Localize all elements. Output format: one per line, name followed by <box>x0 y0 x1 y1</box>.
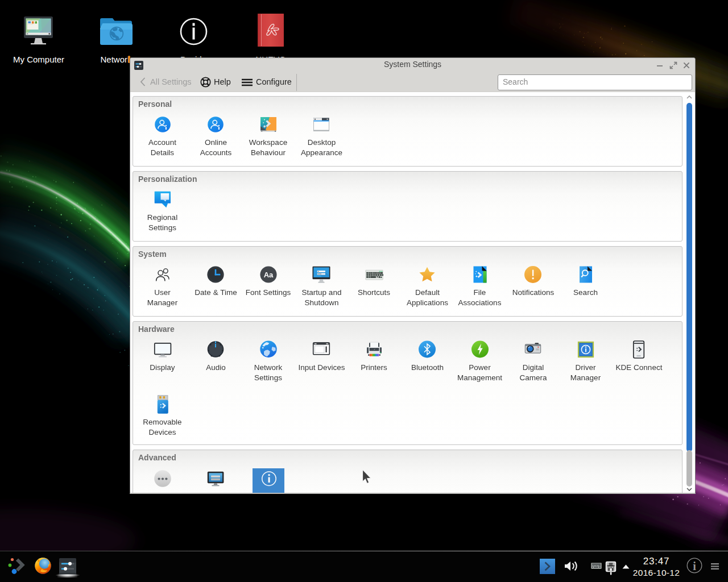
svg-text:Aa: Aa <box>264 271 274 279</box>
svg-text:i: i <box>693 560 696 572</box>
